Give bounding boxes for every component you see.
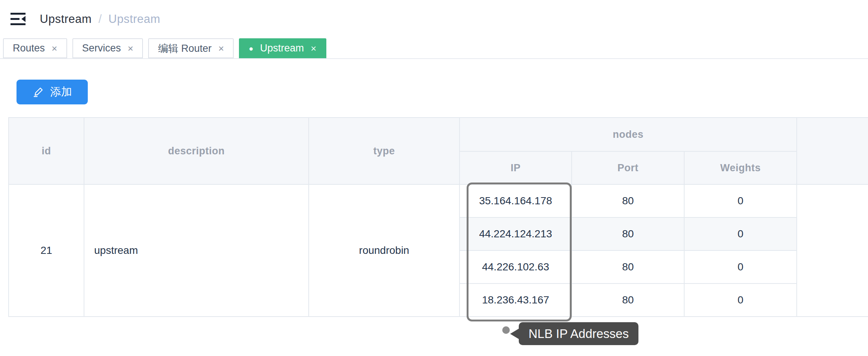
tab-label: Services <box>82 42 121 54</box>
breadcrumb-item-upstream[interactable]: Upstream <box>40 12 92 26</box>
cell-node-port: 80 <box>572 217 684 250</box>
col-header-actions <box>797 118 868 184</box>
cell-description: upstream <box>84 184 309 317</box>
col-header-nodes: nodes <box>460 118 797 151</box>
col-header-weights: Weights <box>684 151 797 184</box>
cell-node-weight: 0 <box>684 217 797 250</box>
cell-node-port: 80 <box>572 250 684 284</box>
cell-actions <box>797 184 868 317</box>
tab-upstream-active[interactable]: ● Upstream × <box>239 38 326 58</box>
cell-type: roundrobin <box>309 184 460 317</box>
close-icon[interactable]: × <box>52 44 57 53</box>
col-header-port: Port <box>572 151 684 184</box>
cell-node-port: 80 <box>572 284 684 317</box>
pencil-edit-icon <box>32 86 44 98</box>
tab-routes[interactable]: Routes × <box>3 38 67 58</box>
upstream-table: id description type nodes IP Port Weight… <box>8 117 868 317</box>
top-bar: Upstream / Upstream <box>0 0 868 38</box>
close-icon[interactable]: × <box>311 44 316 53</box>
node-row: 21 upstream roundrobin 35.164.164.178 80… <box>9 184 868 217</box>
col-header-ip: IP <box>460 151 572 184</box>
cell-node-port: 80 <box>572 184 684 217</box>
col-header-type: type <box>309 118 460 184</box>
page: Upstream / Upstream Routes × Services × … <box>0 0 868 356</box>
tab-label: 编辑 Router <box>158 42 212 55</box>
annotation-dot <box>502 326 510 334</box>
cell-node-ip: 44.226.102.63 <box>460 250 572 284</box>
col-header-id: id <box>9 118 84 184</box>
upstream-table-wrap: id description type nodes IP Port Weight… <box>8 117 868 317</box>
col-header-description: description <box>84 118 309 184</box>
cell-node-ip: 35.164.164.178 <box>460 184 572 217</box>
tag-tab-bar: Routes × Services × 编辑 Router × ● Upstre… <box>0 38 868 59</box>
cell-node-ip: 18.236.43.167 <box>460 284 572 317</box>
cell-id: 21 <box>9 184 84 317</box>
tab-edit-router[interactable]: 编辑 Router × <box>148 38 234 58</box>
cell-node-weight: 0 <box>684 284 797 317</box>
add-button[interactable]: 添加 <box>17 80 88 104</box>
tab-label: Routes <box>13 42 45 54</box>
breadcrumb: Upstream / Upstream <box>40 12 160 26</box>
add-button-label: 添加 <box>50 84 72 100</box>
breadcrumb-item-upstream-section[interactable]: Upstream <box>108 12 160 26</box>
close-icon[interactable]: × <box>218 44 224 53</box>
active-dot-icon: ● <box>249 45 253 52</box>
cell-node-ip: 44.224.124.213 <box>460 217 572 250</box>
cell-node-weight: 0 <box>684 184 797 217</box>
breadcrumb-separator: / <box>98 12 102 26</box>
close-icon[interactable]: × <box>128 44 133 53</box>
tab-services[interactable]: Services × <box>72 38 143 58</box>
tooltip-arrow-icon <box>510 328 520 339</box>
tab-label: Upstream <box>260 42 304 54</box>
cell-node-weight: 0 <box>684 250 797 284</box>
annotation-tooltip: NLB IP Addresses <box>519 322 638 345</box>
sidebar-collapse-icon[interactable] <box>11 12 27 26</box>
